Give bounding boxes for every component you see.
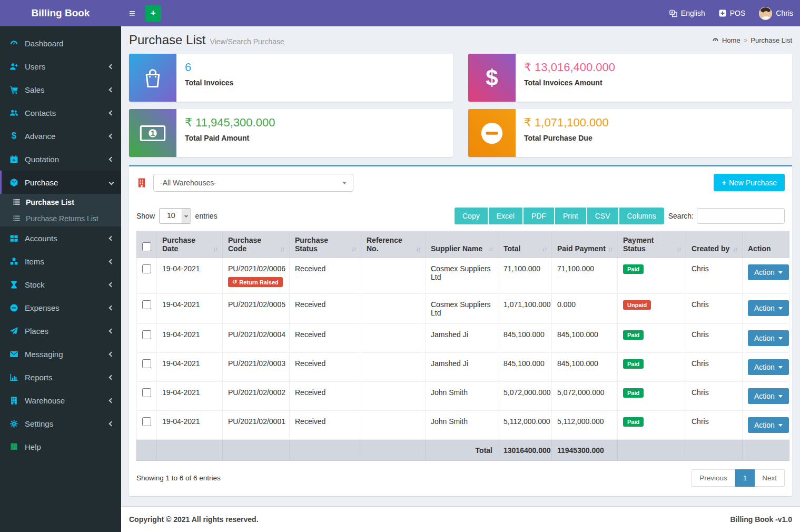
caret-down-icon (778, 424, 783, 427)
sidebar-item-sales[interactable]: Sales (0, 78, 121, 101)
page-1-button[interactable]: 1 (735, 469, 755, 487)
purchase-code: PU/2021/02/0001 (228, 417, 284, 426)
new-purchase-button[interactable]: + New Purchase (714, 174, 785, 191)
sidebar-item-stock[interactable]: Stock (0, 273, 121, 296)
brand-logo[interactable]: Billing Book (0, 0, 121, 26)
sidebar-item-purchase-list[interactable]: Purchase List (0, 194, 121, 210)
bar-chart-icon (9, 373, 18, 382)
sort-icon[interactable]: ↓↑ (676, 245, 680, 253)
reference-cell (361, 353, 426, 382)
sidebar-item-contacts[interactable]: Contacts (0, 101, 121, 124)
return-raised-badge[interactable]: ↺ Return Raised (228, 277, 283, 287)
chevron-left-icon (109, 87, 114, 92)
shopping-bag-icon (141, 65, 164, 91)
sidebar-item-items[interactable]: Items (0, 250, 121, 273)
total-paid-amount-label: Total Paid Amount (185, 134, 275, 142)
sidebar-item-quotation[interactable]: Quotation (0, 147, 121, 171)
paid-payment-value: 71,100.000 (557, 264, 594, 273)
show-label: Show (136, 212, 155, 220)
action-button[interactable]: Action (748, 330, 789, 346)
purchase-list-panel: -All Warehouses- + New Purchase Show (129, 165, 792, 496)
print-button[interactable]: Print (555, 208, 586, 224)
sidebar-item-accounts[interactable]: Accounts (0, 226, 121, 250)
created-by: Chris (692, 417, 709, 426)
paid-payment-value: 845,100.000 (557, 359, 598, 368)
sort-icon[interactable]: ↓↑ (733, 245, 737, 253)
language-label: English (681, 9, 705, 17)
next-page-button[interactable]: Next (755, 469, 785, 487)
chevron-left-icon (109, 375, 114, 380)
dollar-icon: $ (486, 65, 498, 91)
sidebar-item-advance[interactable]: $ Advance (0, 124, 121, 147)
action-button[interactable]: Action (748, 388, 789, 404)
row-checkbox[interactable] (142, 359, 151, 368)
sidebar-item-places[interactable]: Places (0, 319, 121, 342)
table-header-row: Purchase Date↓↑ Purchase Code↓↑ Purchase… (137, 231, 789, 258)
table-row: 19-04-2021 PU/2021/02/0006 ↺ Return Rais… (137, 258, 789, 294)
action-button[interactable]: Action (748, 359, 789, 375)
row-checkbox[interactable] (142, 330, 151, 339)
sidebar-item-settings[interactable]: Settings (0, 412, 121, 435)
sort-icon[interactable]: ↓↑ (416, 245, 420, 253)
supplier-name: Cosmex Suppliers Ltd (431, 264, 491, 281)
pdf-button[interactable]: PDF (524, 208, 554, 224)
purchase-date: 19-04-2021 (162, 264, 200, 273)
sidebar-item-purchase[interactable]: Purchase (0, 171, 121, 194)
created-by: Chris (692, 300, 709, 309)
sidebar-item-warehouse[interactable]: Warehouse (0, 389, 121, 412)
table-total-row: Total 13016400.000 11945300.000 (137, 440, 789, 461)
supplier-name: Jamshed Ji (431, 359, 468, 368)
row-checkbox[interactable] (142, 264, 151, 273)
purchase-status: Received (295, 359, 325, 368)
sidebar-item-expenses[interactable]: Expenses (0, 296, 121, 319)
breadcrumb-home[interactable]: Home (722, 36, 740, 44)
user-menu[interactable]: Chris (752, 0, 800, 26)
sort-icon[interactable]: ↓↑ (213, 245, 217, 253)
excel-button[interactable]: Excel (489, 208, 522, 224)
csv-button[interactable]: CSV (587, 208, 618, 224)
supplier-name: Cosmex Suppliers Ltd (431, 300, 491, 317)
warehouse-select[interactable]: -All Warehouses- (153, 174, 353, 192)
list-icon (13, 198, 21, 206)
pos-menu[interactable]: POS (712, 0, 753, 26)
purchase-date: 19-04-2021 (162, 388, 200, 397)
hamburger-icon[interactable]: ≡ (121, 0, 143, 26)
columns-button[interactable]: Columns (619, 208, 664, 224)
sidebar-item-help[interactable]: Help (0, 435, 121, 458)
previous-page-button[interactable]: Previous (692, 469, 735, 487)
search-label: Search: (668, 212, 694, 220)
sort-icon[interactable]: ↓↑ (608, 245, 612, 253)
quick-add-button[interactable]: + (145, 5, 161, 22)
caret-down-icon (342, 182, 347, 184)
action-button[interactable]: Action (748, 264, 789, 280)
action-button[interactable]: Action (748, 417, 789, 433)
table-row: 19-04-2021 PU/2021/02/0003 Received Jams… (137, 353, 789, 382)
stats-grid: 6 Total Invoices $ ₹ 13,016,400.000 Tota… (129, 54, 792, 157)
sort-icon[interactable]: ↓↑ (351, 245, 355, 253)
sort-icon[interactable]: ↓↑ (542, 245, 546, 253)
row-checkbox[interactable] (142, 388, 151, 397)
sidebar-item-purchase-returns-list[interactable]: Purchase Returns List (0, 210, 121, 226)
language-menu[interactable]: English (663, 0, 712, 26)
minus-circle-icon (9, 303, 18, 312)
top-navbar: Billing Book ≡ + English POS (0, 0, 800, 26)
sidebar-item-users[interactable]: Users (0, 55, 121, 78)
copy-button[interactable]: Copy (455, 208, 488, 224)
action-button[interactable]: Action (748, 300, 789, 316)
row-checkbox[interactable] (142, 417, 151, 426)
sidebar-item-messaging[interactable]: Messaging (0, 342, 121, 366)
sidebar-item-dashboard[interactable]: Dashboard (0, 32, 121, 55)
payment-status-badge: Unpaid (623, 300, 651, 310)
select-all-checkbox[interactable] (142, 242, 151, 251)
search-input[interactable] (697, 208, 785, 224)
page-size-select[interactable]: 10 (159, 208, 191, 224)
caret-down-icon (778, 366, 783, 369)
total-value: 845,100.000 (503, 330, 545, 339)
row-checkbox[interactable] (142, 300, 151, 309)
caret-down-icon (778, 307, 783, 310)
sort-icon[interactable]: ↓↑ (488, 245, 492, 253)
sidebar-item-reports[interactable]: Reports (0, 366, 121, 389)
sort-icon[interactable]: ↓↑ (280, 245, 284, 253)
supplier-name: Jamshed Ji (431, 330, 468, 339)
total-row-paid: 11945300.000 (552, 440, 618, 461)
